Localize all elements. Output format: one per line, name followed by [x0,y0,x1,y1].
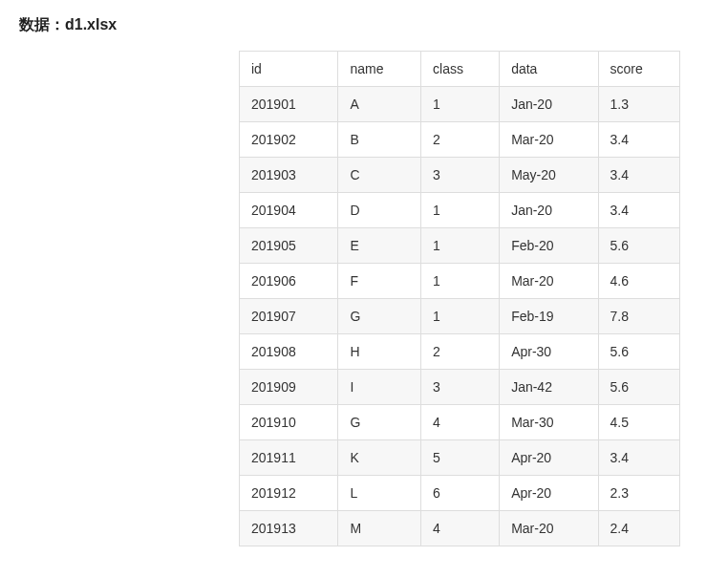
cell-class: 1 [421,299,500,334]
cell-name: I [338,370,421,405]
cell-class: 4 [421,511,500,546]
cell-id: 201910 [240,405,338,440]
cell-name: G [338,405,421,440]
col-data: data [500,52,598,87]
table-row: 201911 K 5 Apr-20 3.4 [240,440,680,476]
cell-name: L [338,476,421,511]
cell-id: 201904 [240,193,338,228]
cell-name: G [338,299,421,334]
cell-score: 3.4 [598,193,679,228]
col-name: name [338,52,421,87]
cell-data: Jan-42 [500,370,598,405]
table-row: 201912 L 6 Apr-20 2.3 [240,476,680,511]
col-id: id [240,52,338,87]
cell-data: Mar-20 [500,511,598,546]
cell-class: 3 [421,158,500,193]
cell-data: Apr-20 [500,476,598,511]
cell-score: 2.4 [598,511,679,546]
table-body: 201901 A 1 Jan-20 1.3 201902 B 2 Mar-20 … [240,87,680,546]
table-row: 201901 A 1 Jan-20 1.3 [240,87,680,122]
cell-score: 7.8 [598,299,679,334]
cell-name: K [338,440,421,476]
table-head: id name class data score [240,52,680,87]
cell-name: C [338,158,421,193]
cell-id: 201912 [240,476,338,511]
title-file: d1.xlsx [65,16,117,32]
cell-class: 6 [421,476,500,511]
cell-score: 5.6 [598,228,679,264]
cell-name: H [338,334,421,370]
cell-id: 201909 [240,370,338,405]
cell-class: 1 [421,264,500,299]
cell-class: 4 [421,405,500,440]
page-title: 数据：d1.xlsx [19,15,709,35]
cell-score: 4.5 [598,405,679,440]
cell-name: B [338,122,421,158]
title-prefix: 数据： [19,16,65,32]
cell-data: Apr-20 [500,440,598,476]
table-row: 201909 I 3 Jan-42 5.6 [240,370,680,405]
cell-class: 5 [421,440,500,476]
cell-class: 3 [421,370,500,405]
cell-score: 4.6 [598,264,679,299]
table-row: 201902 B 2 Mar-20 3.4 [240,122,680,158]
cell-score: 3.4 [598,440,679,476]
table-row: 201904 D 1 Jan-20 3.4 [240,193,680,228]
cell-class: 2 [421,122,500,158]
header-row: id name class data score [240,52,680,87]
cell-id: 201905 [240,228,338,264]
cell-name: D [338,193,421,228]
cell-score: 2.3 [598,476,679,511]
cell-id: 201908 [240,334,338,370]
cell-score: 3.4 [598,158,679,193]
cell-id: 201913 [240,511,338,546]
table-wrapper: id name class data score 201901 A 1 Jan-… [239,51,680,546]
cell-data: Mar-30 [500,405,598,440]
cell-name: F [338,264,421,299]
col-score: score [598,52,679,87]
table-row: 201907 G 1 Feb-19 7.8 [240,299,680,334]
cell-data: May-20 [500,158,598,193]
cell-score: 5.6 [598,334,679,370]
cell-data: Jan-20 [500,87,598,122]
data-table: id name class data score 201901 A 1 Jan-… [239,51,680,546]
cell-id: 201902 [240,122,338,158]
table-row: 201908 H 2 Apr-30 5.6 [240,334,680,370]
cell-id: 201911 [240,440,338,476]
table-row: 201906 F 1 Mar-20 4.6 [240,264,680,299]
table-row: 201910 G 4 Mar-30 4.5 [240,405,680,440]
table-row: 201913 M 4 Mar-20 2.4 [240,511,680,546]
cell-id: 201901 [240,87,338,122]
cell-data: Apr-30 [500,334,598,370]
cell-score: 5.6 [598,370,679,405]
cell-score: 3.4 [598,122,679,158]
cell-class: 2 [421,334,500,370]
cell-name: M [338,511,421,546]
cell-data: Mar-20 [500,122,598,158]
table-row: 201903 C 3 May-20 3.4 [240,158,680,193]
cell-score: 1.3 [598,87,679,122]
cell-id: 201903 [240,158,338,193]
table-row: 201905 E 1 Feb-20 5.6 [240,228,680,264]
cell-class: 1 [421,87,500,122]
col-class: class [421,52,500,87]
cell-data: Jan-20 [500,193,598,228]
cell-id: 201907 [240,299,338,334]
cell-class: 1 [421,228,500,264]
cell-data: Mar-20 [500,264,598,299]
cell-data: Feb-19 [500,299,598,334]
cell-data: Feb-20 [500,228,598,264]
cell-class: 1 [421,193,500,228]
cell-name: A [338,87,421,122]
cell-id: 201906 [240,264,338,299]
cell-name: E [338,228,421,264]
